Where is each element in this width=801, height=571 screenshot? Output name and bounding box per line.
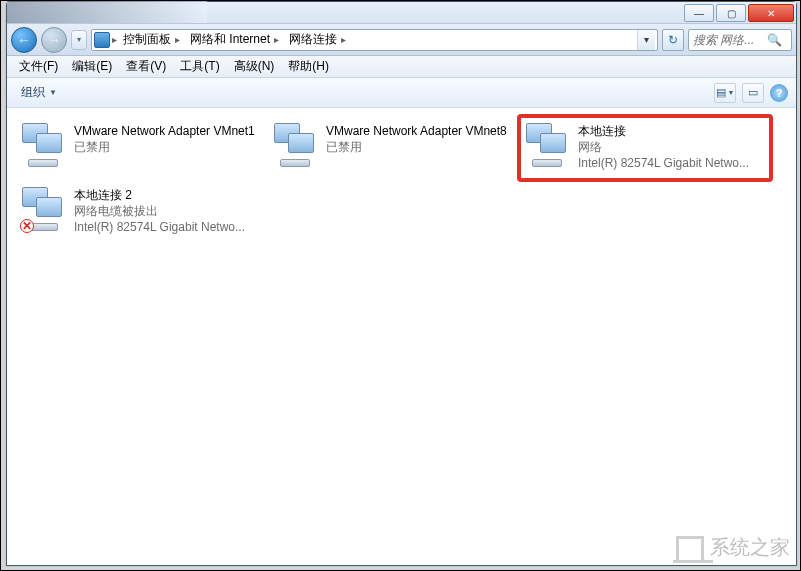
forward-button[interactable]: →	[41, 27, 67, 53]
explorer-window: — ▢ ✕ ← → ▾ ▸ 控制面板▸ 网络和 Internet▸ 网络连接▸ …	[6, 1, 797, 566]
refresh-button[interactable]: ↻	[662, 29, 684, 51]
navbar: ← → ▾ ▸ 控制面板▸ 网络和 Internet▸ 网络连接▸ ▾ ↻ 🔍	[7, 24, 796, 56]
network-adapter-icon	[274, 123, 318, 167]
connection-texts: 本地连接网络Intel(R) 82574L Gigabit Netwo...	[578, 123, 749, 171]
titlebar-glass	[7, 1, 207, 23]
menu-advanced[interactable]: 高级(N)	[228, 56, 281, 77]
address-dropdown[interactable]: ▾	[637, 30, 655, 50]
maximize-button[interactable]: ▢	[716, 4, 746, 22]
location-icon	[94, 32, 110, 48]
menu-view[interactable]: 查看(V)	[120, 56, 172, 77]
watermark: 系统之家	[676, 534, 790, 561]
connection-name: VMware Network Adapter VMnet8	[326, 123, 507, 139]
search-box[interactable]: 🔍	[688, 29, 792, 51]
connection-list: VMware Network Adapter VMnet1已禁用VMware N…	[7, 108, 796, 252]
content-pane: VMware Network Adapter VMnet1已禁用VMware N…	[7, 108, 796, 565]
view-mode-button[interactable]: ▤▼	[714, 83, 736, 103]
connection-texts: 本地连接 2网络电缆被拔出Intel(R) 82574L Gigabit Net…	[74, 187, 245, 235]
network-adapter-icon	[526, 123, 570, 167]
connection-status: 已禁用	[74, 139, 255, 155]
menubar: 文件(F) 编辑(E) 查看(V) 工具(T) 高级(N) 帮助(H)	[7, 56, 796, 78]
connection-item[interactable]: 本地连接网络Intel(R) 82574L Gigabit Netwo...	[519, 116, 771, 180]
organize-button[interactable]: 组织 ▼	[15, 81, 63, 104]
connection-device: Intel(R) 82574L Gigabit Netwo...	[74, 219, 245, 235]
titlebar: — ▢ ✕	[7, 2, 796, 24]
breadcrumb-sep-icon: ▸	[112, 34, 117, 45]
connection-name: 本地连接 2	[74, 187, 245, 203]
address-bar[interactable]: ▸ 控制面板▸ 网络和 Internet▸ 网络连接▸ ▾	[91, 29, 658, 51]
history-dropdown[interactable]: ▾	[71, 30, 87, 50]
connection-status: 网络	[578, 139, 749, 155]
connection-name: 本地连接	[578, 123, 749, 139]
connection-item[interactable]: ✕本地连接 2网络电缆被拔出Intel(R) 82574L Gigabit Ne…	[15, 180, 267, 244]
menu-edit[interactable]: 编辑(E)	[66, 56, 118, 77]
back-button[interactable]: ←	[11, 27, 37, 53]
connection-status: 已禁用	[326, 139, 507, 155]
connection-texts: VMware Network Adapter VMnet1已禁用	[74, 123, 255, 155]
menu-help[interactable]: 帮助(H)	[282, 56, 335, 77]
menu-file[interactable]: 文件(F)	[13, 56, 64, 77]
breadcrumb-control-panel[interactable]: 控制面板▸	[119, 30, 184, 50]
watermark-logo-icon	[676, 536, 704, 560]
connection-texts: VMware Network Adapter VMnet8已禁用	[326, 123, 507, 155]
network-adapter-icon	[22, 123, 66, 167]
close-button[interactable]: ✕	[748, 4, 794, 22]
network-adapter-icon: ✕	[22, 187, 66, 231]
search-icon: 🔍	[767, 33, 782, 47]
chevron-down-icon: ▼	[49, 88, 57, 97]
help-button[interactable]: ?	[770, 84, 788, 102]
preview-pane-button[interactable]: ▭	[742, 83, 764, 103]
error-overlay-icon: ✕	[20, 219, 34, 233]
toolbar: 组织 ▼ ▤▼ ▭ ?	[7, 78, 796, 108]
connection-name: VMware Network Adapter VMnet1	[74, 123, 255, 139]
connection-status: 网络电缆被拔出	[74, 203, 245, 219]
breadcrumb-network-internet[interactable]: 网络和 Internet▸	[186, 30, 283, 50]
menu-tools[interactable]: 工具(T)	[174, 56, 225, 77]
minimize-button[interactable]: —	[684, 4, 714, 22]
search-input[interactable]	[693, 33, 763, 47]
breadcrumb-network-connections[interactable]: 网络连接▸	[285, 30, 350, 50]
connection-device: Intel(R) 82574L Gigabit Netwo...	[578, 155, 749, 171]
connection-item[interactable]: VMware Network Adapter VMnet8已禁用	[267, 116, 519, 180]
connection-item[interactable]: VMware Network Adapter VMnet1已禁用	[15, 116, 267, 180]
